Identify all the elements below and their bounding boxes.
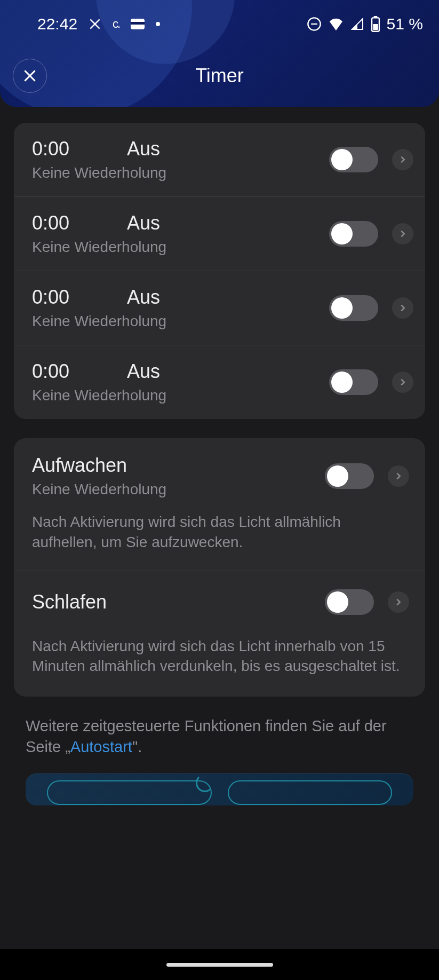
chevron-right-icon bbox=[394, 472, 403, 480]
timer-repeat-label: Keine Wiederholung bbox=[32, 164, 329, 181]
status-dot-icon: c. bbox=[113, 17, 119, 31]
status-bar: 22:42 c. 51 % bbox=[0, 0, 439, 48]
content: 0:00 Aus Keine Wiederholung 0:00 Aus Kei… bbox=[0, 107, 439, 805]
wake-detail-button[interactable] bbox=[388, 465, 409, 487]
page-title: Timer bbox=[47, 65, 392, 87]
battery-icon bbox=[371, 16, 380, 32]
timer-toggle[interactable] bbox=[329, 147, 378, 172]
timer-row[interactable]: 0:00 Aus Keine Wiederholung bbox=[14, 345, 425, 419]
timer-row[interactable]: 0:00 Aus Keine Wiederholung bbox=[14, 197, 425, 271]
chevron-right-icon bbox=[398, 230, 407, 238]
dnd-icon bbox=[307, 17, 322, 31]
sleep-detail-button[interactable] bbox=[388, 591, 409, 613]
chevron-right-icon bbox=[398, 304, 407, 312]
footer-note: Weitere zeitgesteuerte Funktionen finden… bbox=[14, 716, 425, 757]
ad-slot bbox=[228, 780, 393, 805]
timer-time: 0:00 bbox=[32, 360, 127, 383]
wake-description: Nach Aktivierung wird sich das Licht all… bbox=[32, 512, 409, 552]
timer-detail-button[interactable] bbox=[392, 297, 413, 319]
signal-icon bbox=[350, 18, 364, 30]
timer-state: Aus bbox=[127, 212, 160, 234]
timer-time: 0:00 bbox=[32, 286, 127, 309]
ad-slot bbox=[47, 780, 212, 805]
sleep-title: Schlafen bbox=[32, 591, 325, 613]
close-button[interactable] bbox=[13, 59, 47, 93]
timers-card: 0:00 Aus Keine Wiederholung 0:00 Aus Kei… bbox=[14, 123, 425, 419]
timer-time: 0:00 bbox=[32, 138, 127, 160]
chevron-right-icon bbox=[398, 155, 407, 164]
timer-detail-button[interactable] bbox=[392, 149, 413, 170]
wallet-icon bbox=[130, 18, 145, 30]
svg-rect-1 bbox=[131, 22, 145, 25]
wake-row[interactable]: Aufwachen Keine Wiederholung Nach Aktivi… bbox=[14, 438, 425, 571]
wifi-icon bbox=[328, 18, 344, 30]
timer-repeat-label: Keine Wiederholung bbox=[32, 387, 329, 404]
timer-repeat-label: Keine Wiederholung bbox=[32, 239, 329, 256]
home-handle[interactable] bbox=[166, 963, 273, 967]
timer-repeat-label: Keine Wiederholung bbox=[32, 313, 329, 330]
timer-toggle[interactable] bbox=[329, 369, 378, 395]
notification-dot-icon bbox=[156, 22, 160, 26]
sleep-description: Nach Aktivierung wird sich das Licht inn… bbox=[32, 636, 409, 677]
status-time: 22:42 bbox=[37, 15, 77, 33]
close-icon bbox=[22, 68, 38, 84]
autostart-link[interactable]: Autostart bbox=[70, 738, 132, 755]
ad-banner[interactable] bbox=[26, 773, 413, 805]
timer-detail-button[interactable] bbox=[392, 372, 413, 393]
timer-toggle[interactable] bbox=[329, 221, 378, 247]
footer-text-post: ". bbox=[132, 738, 142, 755]
nav-bar bbox=[0, 949, 439, 980]
sleep-toggle[interactable] bbox=[325, 589, 374, 615]
wake-repeat-label: Keine Wiederholung bbox=[32, 481, 325, 498]
battery-percent: 51 % bbox=[387, 15, 423, 33]
app-bar: Timer bbox=[0, 59, 439, 93]
wake-title: Aufwachen bbox=[32, 454, 325, 477]
timer-time: 0:00 bbox=[32, 212, 127, 234]
timer-state: Aus bbox=[127, 360, 160, 383]
sleep-row[interactable]: Schlafen Nach Aktivierung wird sich das … bbox=[14, 571, 425, 697]
chevron-right-icon bbox=[398, 378, 407, 386]
chevron-right-icon bbox=[394, 598, 403, 606]
svg-rect-5 bbox=[373, 16, 377, 18]
timer-row[interactable]: 0:00 Aus Keine Wiederholung bbox=[14, 123, 425, 197]
x-app-icon bbox=[88, 17, 102, 31]
modes-card: Aufwachen Keine Wiederholung Nach Aktivi… bbox=[14, 438, 425, 697]
timer-toggle[interactable] bbox=[329, 295, 378, 321]
ad-spinner-icon bbox=[196, 774, 214, 792]
wake-toggle[interactable] bbox=[325, 463, 374, 489]
svg-rect-6 bbox=[373, 24, 378, 30]
timer-row[interactable]: 0:00 Aus Keine Wiederholung bbox=[14, 271, 425, 345]
timer-state: Aus bbox=[127, 138, 160, 160]
timer-detail-button[interactable] bbox=[392, 223, 413, 244]
timer-state: Aus bbox=[127, 286, 160, 309]
header: 22:42 c. 51 % bbox=[0, 0, 439, 107]
